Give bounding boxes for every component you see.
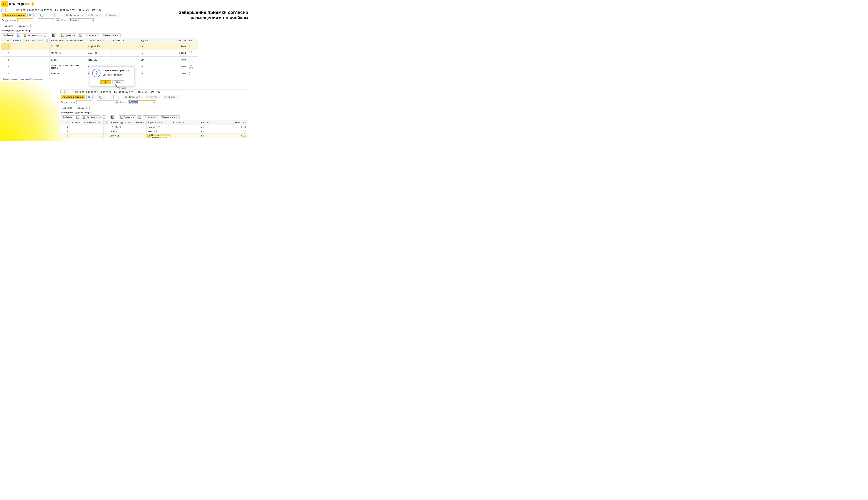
cell-uom[interactable]: шт <box>200 129 228 134</box>
cell-nomenclature[interactable]: 122289519 <box>50 43 87 50</box>
save-button[interactable] <box>87 95 91 99</box>
add-row-button[interactable]: Добавить <box>2 34 15 37</box>
star-icon[interactable]: ☆ <box>71 90 73 94</box>
post-button[interactable] <box>33 13 38 17</box>
cell-n[interactable]: 1 <box>1 43 10 50</box>
cell-barcode[interactable] <box>69 134 82 138</box>
goods-table[interactable]: N Штрихкод Упаковочный лист Номенклатура… <box>60 120 248 138</box>
tab-goods[interactable]: Товары (5) <box>16 24 31 28</box>
fill-rows-button[interactable]: Заполнить▾ <box>84 34 100 37</box>
status-select[interactable]: Принят ▾ <box>128 100 156 104</box>
unpack-button[interactable]: Распаковать <box>22 34 42 37</box>
create-based-on-button[interactable]: ▾ <box>39 13 46 17</box>
col-packlist[interactable]: Упаковочный лист <box>82 120 103 125</box>
col-purpose[interactable]: Назначение <box>171 120 200 125</box>
cell-barcode[interactable] <box>69 129 82 134</box>
barcode-button[interactable] <box>51 34 56 37</box>
tab-main[interactable]: Основное <box>1 24 15 28</box>
cell-characteristic[interactable]: голубой, 134 <box>146 125 171 129</box>
cell-uom[interactable]: шт <box>140 50 168 57</box>
cell-qty[interactable]: 50,000 <box>168 50 187 57</box>
cell-uom[interactable]: шт <box>140 43 168 50</box>
list-button[interactable] <box>109 95 114 99</box>
list-button[interactable] <box>50 13 55 17</box>
print-menu-button[interactable]: Печать▾ <box>145 95 161 99</box>
cells-button[interactable] <box>137 115 142 119</box>
col-nomenclature[interactable]: Номенклатура / Упаковочный лист <box>50 38 87 43</box>
share-button[interactable] <box>75 115 80 119</box>
col-packlist[interactable]: Упаковочный лист <box>23 38 44 43</box>
table-row[interactable]: 1122289519голубой, 134шт125,000<не испо <box>1 43 198 50</box>
cell-n[interactable]: 4 <box>1 64 10 70</box>
cell-flag[interactable] <box>103 125 109 129</box>
cell-packlist[interactable] <box>23 57 44 64</box>
print-menu-button[interactable]: Печать▾ <box>86 13 102 17</box>
cell-n[interactable]: 2 <box>60 129 69 134</box>
copy-rows-button[interactable] <box>102 115 106 119</box>
dialog-yes-button[interactable]: Да <box>100 80 111 84</box>
cell-weight[interactable]: <не испо <box>187 70 198 77</box>
cell-nomenclature[interactable]: Джемпер <box>109 134 146 138</box>
cell-n[interactable]: 5 <box>1 70 10 77</box>
forward-button[interactable]: → <box>65 90 69 94</box>
post-and-close-button[interactable]: Провести и закрыть <box>61 95 85 99</box>
cell-qty[interactable]: 83,000 <box>228 125 248 129</box>
col-uom[interactable]: Ед. изм. <box>140 38 168 43</box>
edit-button[interactable] <box>115 95 119 99</box>
fill-menu-button[interactable]: Заполнение▾ <box>64 13 85 17</box>
from-date-input[interactable] <box>38 19 55 22</box>
col-weight[interactable]: Вес <box>187 38 198 43</box>
table-row[interactable]: 3Брюкихаки, 140шт44,000<не испо <box>1 57 198 64</box>
cell-flag[interactable] <box>44 64 50 70</box>
col-flag-icon[interactable] <box>103 120 109 125</box>
cell-purpose[interactable] <box>171 134 200 138</box>
cell-packlist[interactable] <box>82 129 103 134</box>
reports-menu-button[interactable]: Отчеты▾ <box>162 95 179 99</box>
col-barcode[interactable]: Штрихкод <box>10 38 23 43</box>
from-date-input[interactable] <box>97 100 114 104</box>
star-icon[interactable]: ☆ <box>12 8 14 12</box>
cell-flag[interactable] <box>44 50 50 57</box>
cell-qty[interactable]: 13,000 <box>168 64 187 70</box>
table-row[interactable]: 2Брюкихаки, 140шт1,000 <box>60 129 248 134</box>
tab-main[interactable]: Основное <box>60 106 75 110</box>
col-n[interactable]: N <box>1 38 10 43</box>
cell-barcode[interactable] <box>10 70 23 77</box>
cell-purpose[interactable] <box>171 129 200 134</box>
edit-button[interactable] <box>56 13 60 17</box>
cell-flag[interactable] <box>44 57 50 64</box>
cell-weight[interactable]: <не испо <box>187 57 198 64</box>
cell-flag[interactable] <box>103 129 109 134</box>
cell-n[interactable]: 3 <box>1 57 10 64</box>
col-characteristic[interactable]: Характеристика <box>87 38 111 43</box>
cell-weight[interactable]: <не испо <box>187 43 198 50</box>
cells-button[interactable] <box>78 34 83 37</box>
col-n[interactable]: N <box>60 120 69 125</box>
cell-barcode[interactable] <box>10 57 23 64</box>
cell-qty[interactable]: 125,000 <box>168 43 187 50</box>
cell-flag[interactable] <box>44 43 50 50</box>
back-button[interactable]: ← <box>60 90 65 94</box>
cell-n[interactable]: 1 <box>60 125 69 129</box>
col-flag-icon[interactable] <box>44 38 50 43</box>
incoming-doc-input[interactable] <box>76 100 92 104</box>
tab-goods[interactable]: Товары (3) <box>75 106 90 110</box>
cell-barcode[interactable] <box>69 125 82 129</box>
cell-packlist[interactable] <box>23 70 44 77</box>
cell-qty[interactable]: 1,000 <box>228 129 248 134</box>
save-button[interactable] <box>27 13 32 17</box>
cell-purpose[interactable] <box>111 50 140 57</box>
cell-uom[interactable]: шт <box>200 125 228 129</box>
unpack-button[interactable]: Распаковать <box>81 115 101 119</box>
cell-barcode[interactable] <box>10 50 23 57</box>
fill-rows-button[interactable]: Заполнить▾ <box>143 115 159 119</box>
calendar-button[interactable]: 🗓 <box>115 100 119 104</box>
reports-menu-button[interactable]: Отчеты▾ <box>103 13 119 17</box>
cell-characteristic[interactable]: хаки, 140 <box>146 129 171 134</box>
cell-packlist[interactable] <box>82 125 103 129</box>
forward-button[interactable]: → <box>6 8 10 12</box>
cell-barcode[interactable] <box>10 64 23 70</box>
cell-purpose[interactable] <box>111 57 140 64</box>
col-purpose[interactable]: Назначение <box>111 38 140 43</box>
post-and-close-button[interactable]: Провести и закрыть <box>2 13 26 17</box>
